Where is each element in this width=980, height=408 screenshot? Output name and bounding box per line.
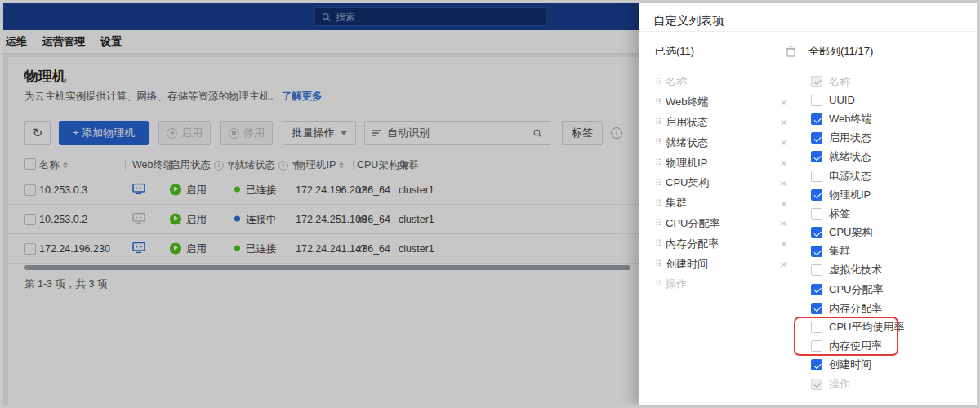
all-columns-list: 名称 UUID Web终端 启用状态 就绪状态 <box>811 72 962 393</box>
selected-column-label: 操作 <box>666 277 787 291</box>
checkbox-checked-icon[interactable] <box>811 359 822 370</box>
column-checkbox-label: CPU平均使用率 <box>829 320 904 335</box>
drag-handle-icon[interactable]: ⠿ <box>655 218 660 228</box>
selected-column-item: ⠿ 操作 <box>655 274 787 295</box>
drag-handle-icon[interactable]: ⠿ <box>655 137 660 148</box>
checkbox-checked-icon[interactable] <box>811 132 822 144</box>
drag-handle-icon[interactable]: ⠿ <box>655 198 660 209</box>
selected-column-item[interactable]: ⠿ 内存分配率 × <box>655 233 787 254</box>
column-checkbox-row[interactable]: CPU架构 <box>811 224 962 242</box>
selected-column-item[interactable]: ⠿ 集群 × <box>655 193 787 214</box>
column-checkbox-label: CPU分配率 <box>829 282 883 297</box>
column-checkbox-label: 操作 <box>829 377 850 392</box>
remove-column-icon[interactable]: × <box>780 136 787 149</box>
column-checkbox-row[interactable]: 标签 <box>811 204 962 223</box>
checkbox-checked-icon[interactable] <box>811 151 822 162</box>
trash-icon[interactable] <box>786 46 796 60</box>
drag-handle-icon[interactable]: ⠿ <box>655 259 660 269</box>
checkbox-checked-icon[interactable] <box>811 113 822 125</box>
drag-handle-icon[interactable]: ⠿ <box>655 238 660 249</box>
checkbox-checked-icon[interactable] <box>811 227 822 238</box>
remove-column-icon[interactable]: × <box>780 177 787 189</box>
all-columns-header: 全部列(11/17) <box>808 44 873 59</box>
remove-column-icon[interactable]: × <box>780 116 787 128</box>
selected-columns-list: ⠿ 名称 ⠿ Web终端 × ⠿ 启用状态 × ⠿ 就绪状态 × <box>655 72 787 295</box>
drag-handle-icon[interactable]: ⠿ <box>655 157 660 168</box>
checkbox-checked-disabled-icon <box>811 76 822 87</box>
checkbox-checked-icon[interactable] <box>811 284 822 295</box>
column-checkbox-row[interactable]: CPU分配率 <box>811 280 962 299</box>
checkbox-checked-icon[interactable] <box>811 303 822 314</box>
selected-column-label: 启用状态 <box>666 115 780 130</box>
column-checkbox-label: 创建时间 <box>829 357 871 372</box>
selected-column-item: ⠿ 名称 <box>655 72 787 92</box>
column-checkbox-label: CPU架构 <box>829 225 872 240</box>
column-checkbox-label: 内存分配率 <box>829 301 882 316</box>
column-checkbox-row-highlighted[interactable]: 内存使用率 <box>811 337 962 356</box>
column-checkbox-label: 名称 <box>829 74 850 89</box>
checkbox-unchecked-icon[interactable] <box>811 322 822 333</box>
selected-column-item[interactable]: ⠿ CPU分配率 × <box>655 214 787 234</box>
remove-column-icon[interactable]: × <box>780 237 787 250</box>
column-checkbox-row-highlighted[interactable]: CPU平均使用率 <box>811 317 962 336</box>
checkbox-checked-icon[interactable] <box>811 189 822 201</box>
column-checkbox-label: 内存使用率 <box>829 339 882 353</box>
drag-handle-icon[interactable]: ⠿ <box>655 117 660 127</box>
selected-column-label: 就绪状态 <box>666 135 780 150</box>
checkbox-unchecked-icon[interactable] <box>811 208 822 220</box>
column-checkbox-row: 操作 <box>811 375 962 393</box>
selected-column-item[interactable]: ⠿ 就绪状态 × <box>655 132 787 153</box>
drag-handle-icon[interactable]: ⠿ <box>655 97 660 108</box>
selected-column-item[interactable]: ⠿ CPU架构 × <box>655 173 787 193</box>
column-checkbox-label: 启用状态 <box>829 131 871 145</box>
drawer-mask-overlay[interactable] <box>3 3 639 405</box>
column-checkbox-row[interactable]: UUID <box>811 91 962 109</box>
column-checkbox-row[interactable]: 启用状态 <box>811 129 962 148</box>
checkbox-checked-disabled-icon <box>811 379 822 390</box>
column-checkbox-row[interactable]: 创建时间 <box>811 356 962 375</box>
column-checkbox-label: 标签 <box>829 206 850 221</box>
column-checkbox-row[interactable]: Web终端 <box>811 109 962 128</box>
selected-column-item[interactable]: ⠿ Web终端 × <box>655 92 787 113</box>
screenshot-frame: 运维 运营管理 设置 物理机 为云主机实例提供计算、网络、存储等资源的物理主机。… <box>0 0 980 408</box>
selected-column-item[interactable]: ⠿ 创建时间 × <box>655 254 787 274</box>
remove-column-icon[interactable]: × <box>780 197 787 210</box>
column-checkbox-label: Web终端 <box>829 112 872 126</box>
drag-handle-icon[interactable]: ⠿ <box>655 178 660 188</box>
divider <box>639 31 977 32</box>
remove-column-icon[interactable]: × <box>780 157 787 169</box>
selected-column-label: 内存分配率 <box>666 237 780 251</box>
remove-column-icon[interactable]: × <box>780 96 787 109</box>
column-checkbox-row[interactable]: 物理机IP <box>811 185 962 204</box>
selected-columns-header: 已选(11) <box>655 44 694 59</box>
drawer-title: 自定义列表项 <box>653 13 724 29</box>
checkbox-checked-icon[interactable] <box>811 246 822 257</box>
selected-column-item[interactable]: ⠿ 启用状态 × <box>655 113 787 133</box>
checkbox-unchecked-icon[interactable] <box>811 340 822 352</box>
remove-column-icon[interactable]: × <box>780 217 787 229</box>
column-checkbox-label: 就绪状态 <box>829 149 871 164</box>
remove-column-icon[interactable]: × <box>780 258 787 270</box>
selected-column-label: CPU架构 <box>666 175 780 190</box>
selected-column-label: Web终端 <box>666 95 780 109</box>
column-checkbox-row[interactable]: 集群 <box>811 242 962 261</box>
column-checkbox-row[interactable]: 虚拟化技术 <box>811 261 962 280</box>
column-checkbox-row[interactable]: 内存分配率 <box>811 299 962 317</box>
app-window: 运维 运营管理 设置 物理机 为云主机实例提供计算、网络、存储等资源的物理主机。… <box>3 3 977 405</box>
column-checkbox-row[interactable]: 就绪状态 <box>811 148 962 166</box>
checkbox-unchecked-icon[interactable] <box>811 264 822 276</box>
checkbox-unchecked-icon[interactable] <box>811 95 822 106</box>
column-checkbox-label: 虚拟化技术 <box>829 263 882 277</box>
column-checkbox-label: 电源状态 <box>829 169 871 184</box>
selected-column-label: 集群 <box>666 196 780 211</box>
selected-column-item[interactable]: ⠿ 物理机IP × <box>655 153 787 173</box>
customize-columns-drawer: 自定义列表项 已选(11) 全部列(11/17) ⠿ 名称 ⠿ Web终端 × <box>639 3 977 405</box>
checkbox-unchecked-icon[interactable] <box>811 171 822 182</box>
column-checkbox-label: 物理机IP <box>829 188 871 202</box>
drag-handle-icon: ⠿ <box>655 279 660 290</box>
drag-handle-icon: ⠿ <box>655 77 660 87</box>
column-checkbox-row[interactable]: 电源状态 <box>811 166 962 185</box>
selected-column-label: 创建时间 <box>666 257 780 272</box>
selected-column-label: 物理机IP <box>666 156 780 171</box>
column-checkbox-label: 集群 <box>829 244 850 259</box>
